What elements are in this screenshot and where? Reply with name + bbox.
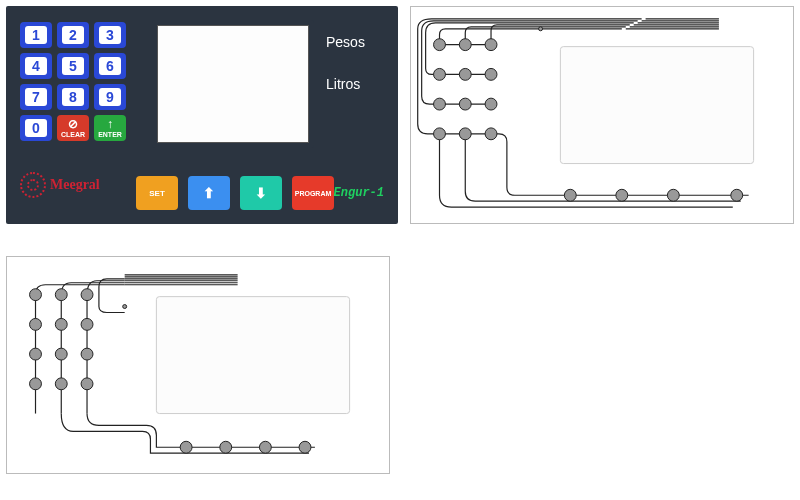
program-button-label: PROGRAM [295,190,332,197]
svg-point-26 [55,348,67,360]
key-enter-label: ENTER [98,131,122,138]
svg-point-2 [459,39,471,51]
key-7[interactable]: 7 [20,84,52,110]
down-button[interactable]: ⬇ [240,176,282,210]
function-row: SET ⬆ ⬇ PROGRAM [136,176,334,210]
key-3-label: 3 [99,26,121,44]
key-1[interactable]: 1 [20,22,52,48]
svg-point-12 [485,128,497,140]
key-enter[interactable]: ↑ ENTER [94,115,126,141]
key-1-label: 1 [25,26,47,44]
pcb-layer-top [410,6,794,224]
svg-point-1 [434,39,446,51]
key-7-label: 7 [25,88,47,106]
arrow-up-icon: ↑ [107,118,113,130]
key-9[interactable]: 9 [94,84,126,110]
key-2[interactable]: 2 [57,22,89,48]
svg-point-5 [459,68,471,80]
pcb-layer-bottom [6,256,390,474]
svg-point-15 [667,189,679,201]
svg-point-11 [459,128,471,140]
key-4[interactable]: 4 [20,53,52,79]
svg-point-9 [485,98,497,110]
svg-point-3 [485,39,497,51]
key-2-label: 2 [62,26,84,44]
svg-point-33 [259,441,271,453]
svg-point-19 [30,289,42,301]
display-labels: Pesos Litros [326,34,365,118]
svg-point-24 [81,318,93,330]
arrow-up-icon: ⬆ [203,185,215,201]
key-9-label: 9 [99,88,121,106]
svg-point-6 [485,68,497,80]
svg-point-31 [180,441,192,453]
label-pesos: Pesos [326,34,365,50]
svg-point-25 [30,348,42,360]
svg-point-4 [434,68,446,80]
key-6[interactable]: 6 [94,53,126,79]
svg-point-28 [30,378,42,390]
svg-point-7 [434,98,446,110]
svg-rect-0 [560,47,753,164]
key-5-label: 5 [62,57,84,75]
arrow-down-icon: ⬇ [255,185,267,201]
set-button[interactable]: SET [136,176,178,210]
svg-point-34 [299,441,311,453]
key-4-label: 4 [25,57,47,75]
svg-point-27 [81,348,93,360]
key-clear-label: CLEAR [61,131,85,138]
up-button[interactable]: ⬆ [188,176,230,210]
svg-point-29 [55,378,67,390]
brand-text: Engur-1 [334,186,384,200]
set-button-label: SET [149,189,165,198]
program-button[interactable]: PROGRAM [292,176,334,210]
svg-point-14 [616,189,628,201]
svg-point-8 [459,98,471,110]
logo-icon [20,172,46,198]
svg-point-13 [564,189,576,201]
svg-point-35 [123,305,127,309]
key-8[interactable]: 8 [57,84,89,110]
logo-text: Meegral [50,177,100,193]
logo: Meegral [20,172,100,198]
key-3[interactable]: 3 [94,22,126,48]
svg-point-16 [731,189,743,201]
key-5[interactable]: 5 [57,53,89,79]
svg-point-22 [30,318,42,330]
svg-point-30 [81,378,93,390]
key-0-label: 0 [25,119,47,137]
svg-point-20 [55,289,67,301]
lcd-screen [152,20,314,148]
membrane-panel: 1 2 3 4 5 6 7 8 9 0 ⊘ CLEAR ↑ ENTER Peso… [6,6,398,224]
key-clear[interactable]: ⊘ CLEAR [57,115,89,141]
svg-point-32 [220,441,232,453]
key-8-label: 8 [62,88,84,106]
svg-point-23 [55,318,67,330]
svg-point-17 [539,27,543,31]
key-6-label: 6 [99,57,121,75]
no-entry-icon: ⊘ [68,118,78,130]
svg-point-10 [434,128,446,140]
svg-point-21 [81,289,93,301]
svg-rect-18 [156,297,349,414]
numeric-keypad: 1 2 3 4 5 6 7 8 9 0 ⊘ CLEAR ↑ ENTER [20,22,128,141]
key-0[interactable]: 0 [20,115,52,141]
label-litros: Litros [326,76,365,92]
